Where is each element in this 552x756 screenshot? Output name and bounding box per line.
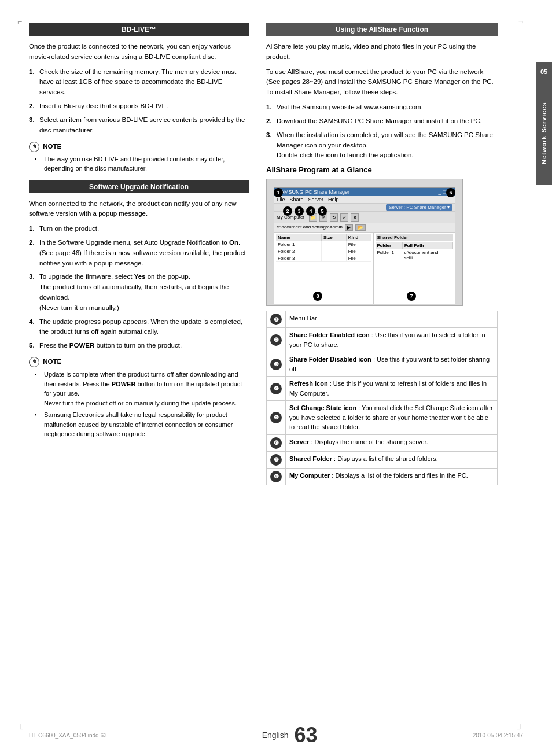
row-folder3-kind: File xyxy=(347,255,371,261)
corner-mark-tl: ⌐ xyxy=(17,17,22,25)
row-folder3-size xyxy=(322,255,347,261)
menu-help[interactable]: Help xyxy=(328,197,339,202)
allshare-steps-list: 1. Visit the Samsung website at www.sams… xyxy=(266,102,498,161)
info-row-7: ❼ Shared Folder : Displays a list of the… xyxy=(267,451,498,468)
row-folder1-kind: File xyxy=(347,241,371,248)
software-steps-list: 1. Turn on the product. 2. In the Softwa… xyxy=(29,224,249,351)
col-kind: Kind xyxy=(347,234,371,241)
info-text-8: My Computer : Displays a list of the fol… xyxy=(286,468,498,485)
col-size: Size xyxy=(322,234,347,241)
list-item: 3. Select an item from various BD-LIVE s… xyxy=(29,115,249,136)
num-badge-2: ❷ xyxy=(270,334,282,346)
info-text-1: Menu Bar xyxy=(286,311,498,328)
info-row-4: ❹ Refresh icon : Use this if you want to… xyxy=(267,377,498,401)
allshare-intro1: AllShare lets you play music, video and … xyxy=(266,42,498,62)
list-item: 1. Visit the Samsung website at www.sams… xyxy=(266,102,498,113)
footer-right: 2010-05-04 2:15:47 xyxy=(473,732,523,739)
table-row[interactable]: Folder 1 c:\document and setti... xyxy=(376,249,453,261)
circle-3: 3 xyxy=(295,206,304,216)
info-text-3: Share Folder Disabled icon : Use this if… xyxy=(286,352,498,377)
circle-6: 6 xyxy=(446,188,455,197)
info-bold-7: Shared Folder xyxy=(289,455,332,462)
circle-4: 4 xyxy=(306,206,315,216)
side-tab-label: Network Services xyxy=(536,81,552,185)
right-column: Using the AllShare Function AllShare let… xyxy=(266,23,498,485)
list-item: 2. Download the SAMSUNG PC Share Manager… xyxy=(266,116,498,127)
note-header: ✎ NOTE xyxy=(29,142,249,152)
page-footer: HT-C6600_XAA_0504.indd 63 English 63 201… xyxy=(29,720,523,747)
path-bar: c:\document and settings\Admin ▶ 📂 xyxy=(274,223,455,233)
menu-file[interactable]: File xyxy=(277,197,285,202)
num-badge-6: ❻ xyxy=(270,437,282,449)
info-row-3: ❸ Share Folder Disabled icon : Use this … xyxy=(267,352,498,377)
num-badge-1: ❶ xyxy=(270,314,282,325)
shared-folder-header: Shared Folder xyxy=(376,234,453,241)
bdlive-steps-list: 1. Check the size of the remaining memor… xyxy=(29,67,249,136)
circle-5: 5 xyxy=(318,206,327,216)
path-btn[interactable]: ▶ xyxy=(345,224,353,231)
note-header-2: ✎ NOTE xyxy=(29,357,249,367)
allshare-screenshot: 1 6 2 3 4 5 7 8 SAMSUNG PC Share Manager xyxy=(266,179,463,306)
row-folder2-size xyxy=(322,248,347,255)
allshare-intro2: To use AllShare, you must connect the pr… xyxy=(266,67,498,98)
window-title: SAMSUNG PC Share Manager xyxy=(277,189,349,195)
list-item: 1. Turn on the product. xyxy=(29,224,249,234)
page-number: 63 xyxy=(295,723,318,747)
fake-menubar: File Share Server Help xyxy=(274,196,455,204)
right-panel-cols: Folder Full Path xyxy=(376,242,453,249)
num-badge-3: ❸ xyxy=(270,359,282,370)
list-item: 1. Check the size of the remaining memor… xyxy=(29,67,249,98)
list-item: 4. The update progress popup appears. Wh… xyxy=(29,317,249,338)
allshare-header: Using the AllShare Function xyxy=(266,23,498,36)
path-value: c:\document and settings\Admin xyxy=(277,224,343,231)
fake-titlebar: SAMSUNG PC Share Manager _ □ ✕ xyxy=(274,188,455,196)
fake-left-panel: Name Size Kind Folder 1 File xyxy=(274,233,374,304)
info-bold-4: Refresh icon xyxy=(289,380,328,387)
page-container: ⌐ ¬ └ ┘ 05 Network Services BD-LIVE™ Onc… xyxy=(0,0,552,756)
num-badge-8: ❽ xyxy=(270,471,282,482)
left-panel-cols: Name Size Kind xyxy=(276,234,371,241)
bdlive-header: BD-LIVE™ xyxy=(29,23,249,36)
content-area: BD-LIVE™ Once the product is connected t… xyxy=(0,0,552,520)
toolbar-btn-3[interactable]: ↻ xyxy=(330,213,338,222)
info-num-cell: ❸ xyxy=(267,352,286,377)
path-btn2[interactable]: 📂 xyxy=(355,224,366,231)
menu-server[interactable]: Server xyxy=(308,197,324,202)
info-row-8: ❽ My Computer : Displays a list of the f… xyxy=(267,468,498,485)
menu-share[interactable]: Share xyxy=(290,197,304,202)
two-column-layout: BD-LIVE™ Once the product is connected t… xyxy=(29,23,520,485)
info-bold-8: My Computer xyxy=(289,472,330,479)
software-intro: When connected to the network, the produ… xyxy=(29,199,249,220)
note-icon: ✎ xyxy=(29,142,39,152)
table-row[interactable]: Folder 3 File xyxy=(276,255,371,262)
circle-7: 7 xyxy=(407,292,416,301)
info-num-cell: ❶ xyxy=(267,311,286,328)
info-text-2: Share Folder Enabled icon : Use this if … xyxy=(286,328,498,352)
info-row-5: ❺ Set Change State icon : You must click… xyxy=(267,401,498,435)
server-label[interactable]: Server : PC Share Manager ▾ xyxy=(386,204,452,211)
info-text-5: Set Change State icon : You must click t… xyxy=(286,401,498,435)
toolbar-btn-4[interactable]: ✓ xyxy=(340,213,348,222)
footer-left: HT-C6600_XAA_0504.indd 63 xyxy=(29,732,107,739)
program-title: AllShare Program at a Glance xyxy=(266,165,498,174)
toolbar-btn-5[interactable]: ✗ xyxy=(351,213,359,222)
list-item: 5. Press the POWER button to turn on the… xyxy=(29,341,249,351)
table-row[interactable]: Folder 1 File xyxy=(276,241,371,248)
info-text-6: Server : Displays the name of the sharin… xyxy=(286,434,498,451)
list-item: Update is complete when the product turn… xyxy=(35,370,249,408)
bdlive-intro: Once the product is connected to the net… xyxy=(29,42,249,62)
fake-program-window: SAMSUNG PC Share Manager _ □ ✕ File Shar… xyxy=(274,187,455,297)
num-badge-7: ❼ xyxy=(270,454,282,466)
fake-body: Name Size Kind Folder 1 File xyxy=(274,233,455,304)
corner-mark-tr: ¬ xyxy=(518,17,523,25)
right-row-path: c:\document and setti... xyxy=(402,249,453,261)
info-num-cell: ❷ xyxy=(267,328,286,352)
list-item: The way you use BD-LIVE and the provided… xyxy=(35,154,249,174)
num-badge-4: ❹ xyxy=(270,383,282,394)
table-row[interactable]: Folder 2 File xyxy=(276,248,371,255)
corner-mark-bl: └ xyxy=(17,725,23,733)
col-name: Name xyxy=(276,234,322,241)
info-num-cell: ❼ xyxy=(267,451,286,468)
list-item: Samsung Electronics shall take no legal … xyxy=(35,410,249,439)
list-item: 3. To upgrade the firmware, select Yes o… xyxy=(29,272,249,313)
